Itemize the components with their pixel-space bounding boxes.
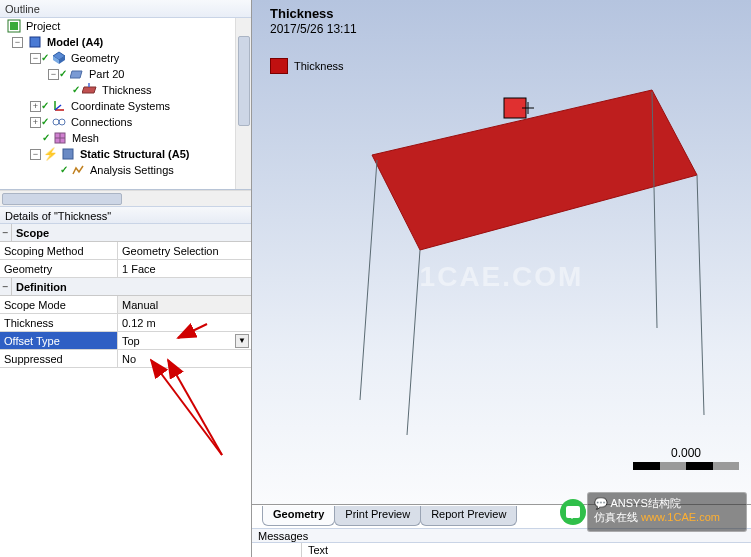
viewport-tabs: Geometry Print Preview Report Preview — [262, 506, 516, 526]
tree-label: Static Structural (A5) — [78, 146, 189, 162]
svg-rect-2 — [30, 37, 40, 47]
tree-project[interactable]: Project — [0, 18, 251, 34]
tree-coord[interactable]: + ✓ Coordinate Systems — [0, 98, 251, 114]
svg-line-22 — [697, 175, 704, 415]
row-scope-mode[interactable]: Scope ModeManual — [0, 296, 251, 314]
coord-icon — [51, 98, 67, 114]
svg-marker-7 — [82, 87, 96, 93]
row-suppressed[interactable]: SuppressedNo — [0, 350, 251, 368]
collapse-icon[interactable]: − — [30, 53, 41, 64]
messages-col-text: Text — [302, 543, 328, 557]
mesh-icon — [52, 130, 68, 146]
svg-point-12 — [53, 119, 59, 125]
bolt-icon: ⚡ — [43, 146, 58, 162]
tree-label: Model (A4) — [45, 34, 103, 50]
check-icon: ✓ — [41, 114, 49, 130]
tree-label: Geometry — [69, 50, 119, 66]
outline-header: Outline — [0, 0, 251, 18]
scale-value: 0.000 — [633, 446, 739, 460]
expand-icon[interactable]: + — [30, 117, 41, 128]
svg-marker-6 — [70, 71, 82, 78]
check-icon: ✓ — [60, 162, 68, 178]
model-icon — [27, 34, 43, 50]
tree-hscroll[interactable] — [0, 190, 251, 206]
group-scope[interactable]: −Scope — [0, 224, 251, 242]
scale-ruler: 0.000 — [633, 446, 739, 470]
outline-tree[interactable]: Project − Model (A4) − ✓ Geometry − ✓ Pa… — [0, 18, 251, 190]
details-grid: −Scope Scoping MethodGeometry Selection … — [0, 224, 251, 368]
geometry-icon — [51, 50, 67, 66]
check-icon: ✓ — [41, 98, 49, 114]
tab-print-preview[interactable]: Print Preview — [334, 506, 421, 526]
svg-line-20 — [407, 250, 420, 435]
graphics-viewport[interactable]: Thickness 2017/5/26 13:11 Thickness 1CAE… — [252, 0, 751, 505]
part-icon — [69, 66, 85, 82]
row-offset-type[interactable]: Offset TypeTop▼ — [0, 332, 251, 350]
expand-icon[interactable]: + — [30, 101, 41, 112]
tree-vscroll[interactable] — [235, 18, 251, 190]
messages-col0 — [252, 543, 302, 557]
tree-label: Project — [24, 18, 60, 34]
left-pane: Outline Project − Model (A4) − ✓ Geometr… — [0, 0, 252, 557]
row-geometry[interactable]: Geometry1 Face — [0, 260, 251, 278]
tab-geometry[interactable]: Geometry — [262, 506, 335, 526]
model-render — [252, 0, 751, 505]
tree-model[interactable]: − Model (A4) — [0, 34, 251, 50]
chat-icon — [560, 499, 586, 525]
watermark-banner: 💬 ANSYS结构院 仿真在线 www.1CAE.com — [587, 492, 747, 532]
check-icon: ✓ — [72, 82, 80, 98]
static-icon — [60, 146, 76, 162]
thickness-icon — [82, 82, 98, 98]
tree-analysis[interactable]: ✓ Analysis Settings — [0, 162, 251, 178]
tree-label: Mesh — [70, 130, 99, 146]
tree-label: Thickness — [100, 82, 152, 98]
tree-label: Coordinate Systems — [69, 98, 170, 114]
details-header: Details of "Thickness" — [0, 206, 251, 224]
svg-rect-17 — [63, 149, 73, 159]
svg-line-19 — [360, 160, 377, 400]
dropdown-arrow-icon[interactable]: ▼ — [235, 334, 249, 348]
collapse-icon[interactable]: − — [30, 149, 41, 160]
tree-thickness[interactable]: ✓ Thickness — [0, 82, 251, 98]
tree-static[interactable]: − ⚡ Static Structural (A5) — [0, 146, 251, 162]
row-scoping-method[interactable]: Scoping MethodGeometry Selection — [0, 242, 251, 260]
tree-part[interactable]: − ✓ Part 20 — [0, 66, 251, 82]
svg-point-13 — [59, 119, 65, 125]
tab-report-preview[interactable]: Report Preview — [420, 506, 517, 526]
svg-marker-18 — [372, 90, 697, 250]
tree-label: Analysis Settings — [88, 162, 174, 178]
collapse-icon[interactable]: − — [12, 37, 23, 48]
messages-panel: Messages Text — [252, 528, 751, 557]
collapse-icon[interactable]: − — [48, 69, 59, 80]
connections-icon — [51, 114, 67, 130]
tree-connections[interactable]: + ✓ Connections — [0, 114, 251, 130]
tree-geometry[interactable]: − ✓ Geometry — [0, 50, 251, 66]
analysis-icon — [70, 162, 86, 178]
check-icon: ✓ — [41, 50, 49, 66]
row-thickness[interactable]: Thickness0.12 m — [0, 314, 251, 332]
group-definition[interactable]: −Definition — [0, 278, 251, 296]
check-icon: ✓ — [59, 66, 67, 82]
check-icon: ✓ — [42, 130, 50, 146]
svg-rect-1 — [10, 22, 18, 30]
tree-mesh[interactable]: ✓ Mesh — [0, 130, 251, 146]
tree-label: Connections — [69, 114, 132, 130]
tree-label: Part 20 — [87, 66, 124, 82]
project-icon — [6, 18, 22, 34]
